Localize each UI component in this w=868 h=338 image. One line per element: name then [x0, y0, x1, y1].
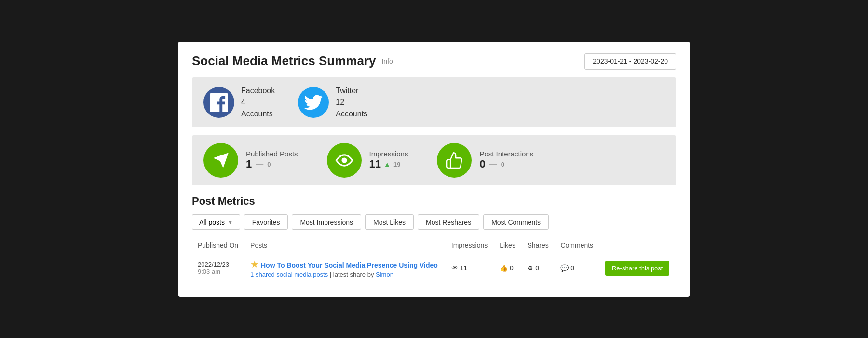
- col-comments: Comments: [555, 238, 599, 254]
- comments-cell: 💬 0: [555, 253, 599, 283]
- svg-point-0: [341, 157, 347, 163]
- post-interactions-dash: —: [489, 160, 497, 169]
- post-interactions-number: 0: [479, 158, 485, 170]
- likes-cell: 👍 0: [494, 253, 521, 283]
- post-sub-separator: | latest share by: [330, 271, 376, 278]
- post-date-cell: 2022/12/23 9:03 am: [192, 253, 244, 283]
- published-posts-sub: 0: [267, 161, 271, 168]
- impressions-arrow: ▲: [384, 160, 391, 168]
- published-posts-icon: [203, 143, 238, 178]
- facebook-icon: [203, 87, 234, 118]
- most-impressions-button[interactable]: Most Impressions: [292, 214, 361, 230]
- twitter-count: 12: [336, 97, 367, 108]
- likes-thumb-icon: 👍: [500, 264, 508, 272]
- col-likes: Likes: [494, 238, 521, 254]
- post-sub-text: 1 shared social media posts | latest sha…: [250, 271, 440, 278]
- comments-bubble-icon: 💬: [560, 264, 569, 272]
- published-posts-dash: —: [256, 160, 263, 169]
- impressions-number: 11: [369, 158, 381, 170]
- all-posts-dropdown[interactable]: All posts ▼: [192, 214, 240, 230]
- facebook-platform: Facebook: [241, 85, 275, 97]
- impressions-label: Impressions: [369, 150, 408, 158]
- post-interactions-value: 0 — 0: [479, 158, 533, 170]
- twitter-account-info: Twitter 12 Accounts: [336, 85, 367, 120]
- chevron-down-icon: ▼: [228, 219, 233, 225]
- col-posts: Posts: [244, 238, 446, 254]
- facebook-account-info: Facebook 4 Accounts: [241, 85, 275, 120]
- page-title: Social Media Metrics Summary: [192, 54, 376, 69]
- star-icon[interactable]: ★: [250, 259, 259, 269]
- post-table: Published On Posts Impressions Likes Sha…: [192, 238, 676, 283]
- post-time: 9:03 am: [198, 268, 239, 275]
- dropdown-label: All posts: [199, 218, 225, 226]
- reshare-cell: Re-share this post: [599, 253, 676, 283]
- shared-posts-link[interactable]: 1 shared social media posts: [250, 271, 328, 278]
- published-posts-value: 1 — 0: [246, 158, 298, 170]
- published-posts-info: Published Posts 1 — 0: [246, 150, 298, 170]
- post-content-cell: ★ How To Boost Your Social Media Presenc…: [244, 253, 446, 283]
- published-posts-label: Published Posts: [246, 150, 298, 158]
- most-reshares-button[interactable]: Most Reshares: [418, 214, 479, 230]
- published-posts-stat: Published Posts 1 — 0: [203, 143, 298, 178]
- impressions-cell: 👁 11: [446, 253, 494, 283]
- facebook-count: 4: [241, 97, 275, 108]
- impressions-info: Impressions 11 ▲ 19: [369, 150, 408, 170]
- reshare-button[interactable]: Re-share this post: [605, 261, 670, 276]
- col-action: [599, 238, 676, 254]
- post-title-link[interactable]: How To Boost Your Social Media Presence …: [261, 261, 438, 269]
- main-card: Social Media Metrics Summary Info 2023-0…: [178, 42, 690, 297]
- published-posts-number: 1: [246, 158, 252, 170]
- post-date: 2022/12/23: [198, 261, 239, 268]
- favorites-button[interactable]: Favorites: [244, 214, 288, 230]
- accounts-section: Facebook 4 Accounts Twitter 12 Accounts: [192, 77, 676, 127]
- most-likes-button[interactable]: Most Likes: [365, 214, 414, 230]
- info-badge: Info: [381, 57, 393, 65]
- post-author-link[interactable]: Simon: [376, 271, 393, 278]
- most-comments-button[interactable]: Most Comments: [483, 214, 549, 230]
- post-interactions-info: Post Interactions 0 — 0: [479, 150, 533, 170]
- post-interactions-label: Post Interactions: [479, 150, 533, 158]
- twitter-platform: Twitter: [336, 85, 367, 97]
- facebook-account-item: Facebook 4 Accounts: [203, 85, 275, 120]
- table-row: 2022/12/23 9:03 am ★ How To Boost Your S…: [192, 253, 676, 283]
- post-interactions-stat: Post Interactions 0 — 0: [437, 143, 533, 178]
- impressions-stat: Impressions 11 ▲ 19: [327, 143, 408, 178]
- filter-row: All posts ▼ Favorites Most Impressions M…: [192, 214, 676, 230]
- impressions-sub: 19: [393, 161, 400, 168]
- col-shares: Shares: [521, 238, 555, 254]
- header-left: Social Media Metrics Summary Info: [192, 54, 393, 69]
- impressions-icon: [327, 143, 362, 178]
- post-metrics-title: Post Metrics: [192, 195, 676, 208]
- impressions-eye-icon: 👁: [451, 264, 458, 272]
- stats-section: Published Posts 1 — 0 Impressions 11: [192, 135, 676, 185]
- twitter-icon: [298, 87, 329, 118]
- col-impressions: Impressions: [446, 238, 494, 254]
- facebook-label: Accounts: [241, 108, 275, 120]
- twitter-label: Accounts: [336, 108, 367, 120]
- date-range-button[interactable]: 2023-01-21 - 2023-02-20: [584, 53, 676, 70]
- shares-cell: ♻ 0: [521, 253, 555, 283]
- shares-recycle-icon: ♻: [527, 264, 533, 272]
- twitter-account-item: Twitter 12 Accounts: [298, 85, 367, 120]
- post-interactions-icon: [437, 143, 472, 178]
- post-interactions-sub: 0: [501, 161, 504, 168]
- impressions-value: 11 ▲ 19: [369, 158, 408, 170]
- col-published-on: Published On: [192, 238, 244, 254]
- header-row: Social Media Metrics Summary Info 2023-0…: [192, 53, 676, 70]
